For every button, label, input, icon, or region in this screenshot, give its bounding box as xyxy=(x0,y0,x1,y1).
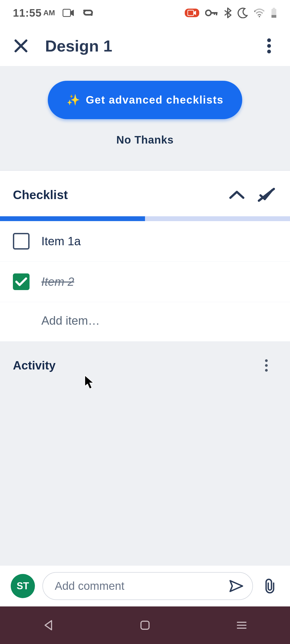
svg-rect-3 xyxy=(188,10,194,16)
close-button[interactable] xyxy=(13,38,29,54)
activity-header: Activity xyxy=(0,341,290,390)
svg-point-14 xyxy=(267,44,271,48)
check-icon xyxy=(15,277,27,287)
promo-section: ✨ Get advanced checklists No Thanks xyxy=(0,66,290,170)
status-left: 11:55 AM xyxy=(13,7,94,19)
nav-recent-icon xyxy=(236,621,247,630)
svg-point-17 xyxy=(265,364,268,367)
dnd-moon-icon xyxy=(237,8,248,18)
svg-point-4 xyxy=(206,10,211,16)
activity-title: Activity xyxy=(13,359,256,372)
nav-back-icon xyxy=(44,620,53,631)
checklist-title: Checklist xyxy=(13,188,218,202)
card-header: Design 1 xyxy=(0,26,290,66)
wifi-icon: ▾ xyxy=(254,9,265,17)
status-right: ▾ xyxy=(185,8,277,18)
status-ampm: AM xyxy=(43,9,55,17)
card-title: Design 1 xyxy=(45,37,245,55)
checkbox-checked[interactable] xyxy=(13,273,30,290)
sparkle-icon: ✨ xyxy=(67,94,81,106)
nav-recent-button[interactable] xyxy=(231,614,252,636)
hide-checked-icon xyxy=(258,187,275,202)
svg-rect-11 xyxy=(273,8,275,9)
status-bar: 11:55 AM ▾ xyxy=(0,0,290,26)
checklist-progress xyxy=(0,216,290,221)
checklist-item[interactable]: Item 1a xyxy=(0,221,290,262)
system-nav-bar xyxy=(0,606,290,644)
svg-rect-6 xyxy=(216,12,217,15)
svg-rect-19 xyxy=(141,621,149,629)
user-avatar[interactable]: ST xyxy=(11,574,35,598)
camera-icon xyxy=(63,9,74,17)
comment-input[interactable] xyxy=(55,580,223,592)
promo-cta-label: Get advanced checklists xyxy=(86,94,224,106)
svg-point-16 xyxy=(265,359,268,362)
chevron-up-icon xyxy=(229,190,245,200)
svg-point-2 xyxy=(90,14,93,16)
get-advanced-checklists-button[interactable]: ✨ Get advanced checklists xyxy=(48,81,242,119)
checklist-item-label: Item 2 xyxy=(41,275,74,288)
connection-icon xyxy=(82,8,94,17)
nav-back-button[interactable] xyxy=(38,614,59,636)
record-badge-icon xyxy=(185,9,199,17)
paperclip-icon xyxy=(263,578,277,594)
close-icon xyxy=(14,39,28,53)
activity-overflow-button[interactable] xyxy=(256,355,277,376)
svg-point-18 xyxy=(265,369,268,372)
nav-home-button[interactable] xyxy=(134,614,156,636)
checklist-progress-fill xyxy=(0,216,145,221)
checklist-header: Checklist xyxy=(0,171,290,216)
bluetooth-icon xyxy=(224,8,231,18)
activity-section: Activity xyxy=(0,341,290,390)
nav-home-icon xyxy=(140,620,150,630)
svg-point-8 xyxy=(259,16,260,17)
vpn-key-icon xyxy=(205,9,218,17)
comment-input-wrap xyxy=(42,572,253,600)
send-button[interactable] xyxy=(228,578,244,594)
svg-point-13 xyxy=(267,38,271,42)
add-checklist-item[interactable]: Add item… xyxy=(0,302,290,341)
card-overflow-button[interactable] xyxy=(261,38,277,54)
collapse-checklist-button[interactable] xyxy=(226,184,248,206)
svg-point-15 xyxy=(267,50,271,53)
hide-checked-button[interactable] xyxy=(256,184,277,206)
send-icon xyxy=(229,580,244,592)
more-vertical-icon xyxy=(265,359,268,372)
battery-icon xyxy=(271,8,277,18)
checklist-item-label: Item 1a xyxy=(41,235,81,248)
no-thanks-button[interactable]: No Thanks xyxy=(116,134,173,146)
checklist-section: Checklist Item 1a Item 2 Add item… xyxy=(0,170,290,341)
status-time: 11:55 xyxy=(13,7,42,19)
svg-text:▾: ▾ xyxy=(254,9,256,13)
svg-rect-0 xyxy=(63,9,70,17)
checklist-item[interactable]: Item 2 xyxy=(0,262,290,302)
checkbox-unchecked[interactable] xyxy=(13,233,30,250)
more-vertical-icon xyxy=(267,38,271,53)
comment-bar: ST xyxy=(0,566,290,606)
svg-rect-12 xyxy=(271,15,276,18)
attach-button[interactable] xyxy=(260,577,279,595)
svg-rect-7 xyxy=(214,12,215,15)
svg-point-1 xyxy=(84,10,86,12)
